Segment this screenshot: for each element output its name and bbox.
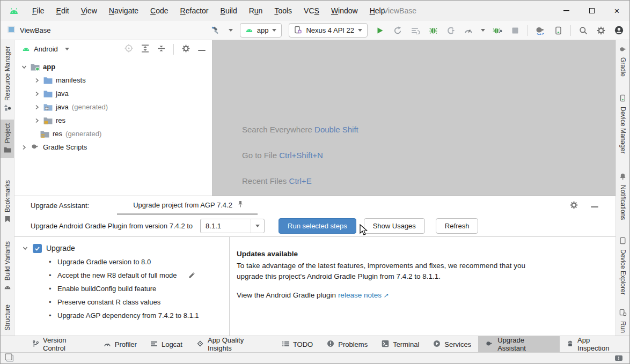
apply-code-changes-icon[interactable] <box>445 25 456 36</box>
menu-run[interactable]: Run <box>243 1 269 21</box>
sidebar-tab-device-manager[interactable]: Device Manager <box>616 91 629 157</box>
build-dropdown-caret-icon[interactable] <box>229 29 233 32</box>
run-selected-steps-button[interactable]: Run selected steps <box>279 218 356 234</box>
chevron-right-icon[interactable] <box>34 78 40 83</box>
status-bar <box>1 352 629 364</box>
hide-panel-icon[interactable] <box>198 45 206 53</box>
upgrade-checkbox[interactable] <box>33 244 42 253</box>
menu-file[interactable]: File <box>26 1 50 21</box>
tab-logcat[interactable]: Logcat <box>144 336 189 352</box>
sidebar-tab-resource-manager[interactable]: Resource Manager <box>1 42 14 116</box>
tree-row-java[interactable]: java <box>14 87 212 100</box>
menu-view[interactable]: View <box>75 1 103 21</box>
build-hammer-icon[interactable] <box>211 25 222 36</box>
minimize-button[interactable] <box>554 1 579 21</box>
tree-row-res-generated[interactable]: res (generated) <box>14 127 212 140</box>
release-notes-link[interactable]: release notes <box>338 291 382 299</box>
project-view-selector[interactable]: Android <box>22 45 69 53</box>
collapse-all-icon[interactable] <box>157 44 165 54</box>
chevron-down-icon[interactable] <box>22 246 28 251</box>
edit-pencil-icon[interactable] <box>188 271 196 279</box>
close-button[interactable]: × <box>604 1 629 21</box>
tab-todo[interactable]: TODO <box>275 336 320 352</box>
settings-gear-icon[interactable] <box>596 25 606 36</box>
tree-row-java-generated[interactable]: java (generated) <box>14 100 212 114</box>
tab-upgrade-assistant[interactable]: Upgrade Assistant <box>478 336 560 352</box>
tree-row-manifests[interactable]: manifests <box>14 73 212 87</box>
sidebar-tab-build-variants[interactable]: Build Variants <box>1 237 14 295</box>
app-module-folder-icon <box>31 63 40 71</box>
sidebar-tab-notifications[interactable]: Notifications <box>616 169 629 224</box>
run-icon[interactable] <box>375 25 385 36</box>
tab-profiler[interactable]: Profiler <box>97 336 144 352</box>
menu-navigate[interactable]: Navigate <box>103 1 144 21</box>
apply-changes-icon[interactable] <box>410 25 421 36</box>
chevron-right-icon[interactable] <box>34 118 40 123</box>
hide-panel-icon[interactable] <box>591 202 598 210</box>
tab-services[interactable]: Services <box>426 336 478 352</box>
step-item[interactable]: Upgrade AGP dependency from 7.4.2 to 8.1… <box>14 309 229 322</box>
tree-row-app[interactable]: app <box>14 60 212 73</box>
tab-terminal[interactable]: Terminal <box>375 336 426 352</box>
device-selector[interactable]: Nexus 4 API 22 <box>289 23 368 38</box>
profile-caret-icon[interactable] <box>481 29 485 32</box>
project-widget[interactable]: ViewBase <box>7 25 51 35</box>
tool-window-layouts-icon[interactable] <box>5 353 14 364</box>
locate-file-icon[interactable] <box>124 44 133 54</box>
menu-tools[interactable]: Tools <box>268 1 298 21</box>
tree-row-res[interactable]: res <box>14 114 212 127</box>
tab-app-inspection[interactable]: App Inspection <box>560 336 629 352</box>
tab-version-control[interactable]: Version Control <box>25 336 97 352</box>
account-avatar-icon[interactable] <box>613 25 624 36</box>
chevron-right-icon[interactable] <box>34 91 40 96</box>
menu-refactor[interactable]: Refactor <box>174 1 215 21</box>
device-caret-icon <box>358 29 362 32</box>
pin-icon[interactable] <box>237 200 244 210</box>
menu-vcs[interactable]: VCS <box>298 1 325 21</box>
debug-icon[interactable] <box>428 25 438 36</box>
version-select[interactable]: 8.1.1 <box>200 219 265 233</box>
step-item[interactable]: Accept the new R8 default of full mode <box>14 269 229 282</box>
editor-area[interactable]: Search Everywhere Double Shift Go to Fil… <box>213 40 616 196</box>
step-item[interactable]: Enable buildConfig build feature <box>14 282 229 295</box>
generated-folder-icon <box>43 103 53 111</box>
menu-build[interactable]: Build <box>215 1 243 21</box>
upgrade-root-row[interactable]: Upgrade <box>14 241 229 255</box>
device-manager-icon[interactable] <box>553 25 563 36</box>
refresh-button[interactable]: Refresh <box>436 218 479 234</box>
chevron-right-icon[interactable] <box>34 105 40 110</box>
tab-app-quality-insights[interactable]: App Quality Insights <box>189 336 275 352</box>
chevron-down-icon[interactable] <box>21 64 27 70</box>
step-item[interactable]: Upgrade Gradle version to 8.0 <box>14 255 229 269</box>
sidebar-tab-structure[interactable]: Structure <box>1 301 14 335</box>
menu-edit[interactable]: Edit <box>50 1 75 21</box>
rerun-icon[interactable] <box>392 25 403 36</box>
expand-all-icon[interactable] <box>141 44 149 54</box>
upgrade-tab[interactable]: Upgrade project from AGP 7.4.2 <box>117 196 258 215</box>
event-log-icon[interactable] <box>614 355 623 362</box>
sidebar-tab-bookmarks[interactable]: Bookmarks <box>1 176 14 228</box>
step-item[interactable]: Preserve constant R class values <box>14 295 229 309</box>
tree-row-gradle-scripts[interactable]: Gradle Scripts <box>14 140 212 154</box>
show-usages-button[interactable]: Show Usages <box>364 218 425 234</box>
profile-icon[interactable] <box>463 25 474 36</box>
module-selector[interactable]: app <box>240 23 282 38</box>
attach-debugger-icon[interactable] <box>492 25 503 36</box>
chevron-right-icon[interactable] <box>21 145 27 150</box>
sidebar-tab-gradle[interactable]: Gradle <box>616 42 629 80</box>
maximize-button[interactable] <box>579 1 604 21</box>
menu-code[interactable]: Code <box>144 1 174 21</box>
sidebar-tab-running-devices[interactable]: Run <box>616 305 629 337</box>
android-studio-logo-icon <box>9 8 19 14</box>
project-settings-gear-icon[interactable] <box>182 44 190 54</box>
sidebar-tab-device-explorer[interactable]: Device Explorer <box>616 233 629 299</box>
running-devices-icon <box>619 309 627 318</box>
search-everywhere-icon[interactable] <box>578 25 589 36</box>
menu-window[interactable]: Window <box>325 1 364 21</box>
sync-gradle-icon[interactable] <box>535 25 546 36</box>
sidebar-tab-project[interactable]: Project <box>1 120 14 158</box>
panel-settings-gear-icon[interactable] <box>570 201 578 211</box>
tab-problems[interactable]: Problems <box>320 336 375 352</box>
version-caret-icon[interactable] <box>251 219 264 233</box>
stop-icon[interactable] <box>510 25 521 36</box>
